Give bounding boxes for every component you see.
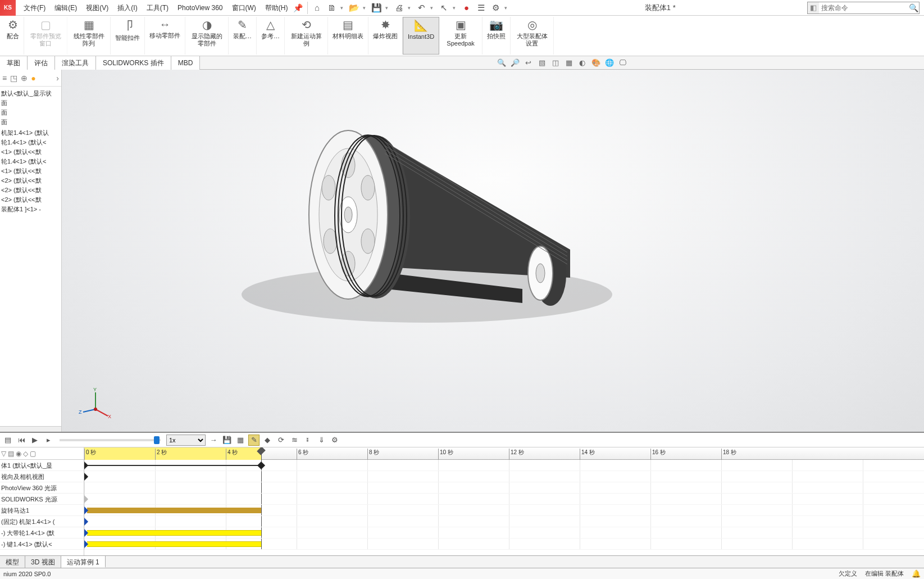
ribbon--button[interactable]: ◑显示隐藏的零部件 bbox=[185, 17, 229, 55]
timeline-bar[interactable] bbox=[87, 530, 261, 536]
settings-icon[interactable]: ⚙ bbox=[490, 2, 502, 14]
zoom-area-icon[interactable]: 🔎 bbox=[509, 57, 521, 69]
feature-tree-item[interactable]: <1> (默认<<默 bbox=[1, 166, 60, 176]
rebuild-icon[interactable]: ● bbox=[461, 2, 473, 14]
play-start-icon[interactable]: ⏮ bbox=[16, 435, 27, 446]
feature-tree-item[interactable]: 面 bbox=[1, 117, 60, 127]
calc-icon[interactable]: ▤ bbox=[2, 435, 13, 446]
playback-speed-select[interactable]: 1x bbox=[166, 435, 206, 446]
hide-show-icon[interactable]: ◐ bbox=[577, 57, 588, 69]
filter-icon[interactable]: ▽ bbox=[1, 450, 6, 458]
appearance-icon[interactable]: 🎨 bbox=[590, 57, 602, 69]
motion-settings-icon[interactable]: ⚙ bbox=[329, 435, 340, 446]
view-orient-icon[interactable]: ◫ bbox=[550, 57, 561, 69]
section-view-icon[interactable]: ▧ bbox=[536, 57, 548, 69]
menu-view[interactable]: 视图(V) bbox=[81, 0, 113, 16]
tab-mbd[interactable]: MBD bbox=[171, 56, 201, 70]
feature-tree-item[interactable]: <1> (默认<<默 bbox=[1, 147, 60, 157]
tree-header[interactable]: 默认<默认_显示状 bbox=[1, 89, 60, 98]
filter-selected-icon[interactable]: ◇ bbox=[23, 450, 28, 458]
prev-view-icon[interactable]: ↩ bbox=[523, 57, 534, 69]
timeline-row[interactable] bbox=[84, 527, 924, 539]
timeline-row[interactable] bbox=[84, 471, 924, 482]
timeline-grid[interactable]: 0 秒2 秒4 秒6 秒8 秒10 秒12 秒14 秒16 秒18 秒 bbox=[84, 447, 924, 555]
tree-tab-feature-icon[interactable]: ≡ bbox=[2, 74, 7, 83]
feature-tree-item[interactable]: <2> (默认<<默 bbox=[1, 176, 60, 186]
tree-tab-config-icon[interactable]: ◳ bbox=[10, 74, 17, 83]
feature-tree-item[interactable]: 面 bbox=[1, 108, 60, 117]
feature-tree-item[interactable]: <2> (默认<<默 bbox=[1, 186, 60, 195]
timeline-key[interactable] bbox=[257, 462, 265, 469]
timeline-row[interactable] bbox=[84, 482, 924, 494]
tab-render[interactable]: 渲染工具 bbox=[55, 56, 96, 70]
menu-file[interactable]: 文件(F) bbox=[19, 0, 50, 16]
tab-3dview[interactable]: 3D 视图 bbox=[25, 556, 61, 568]
feature-tree-item[interactable]: <2> (默认<<默 bbox=[1, 195, 60, 205]
pin-icon[interactable]: 📌 bbox=[293, 3, 304, 12]
ribbon--button[interactable]: 卩智能扣件 bbox=[111, 17, 145, 55]
timeline-bar[interactable] bbox=[87, 508, 261, 513]
save-anim-icon[interactable]: 💾 bbox=[221, 435, 233, 446]
feature-tree-item[interactable]: 轮1.4<1> (默认< bbox=[1, 157, 60, 166]
zoom-fit-icon[interactable]: 🔍 bbox=[496, 57, 507, 69]
timeline-track-name[interactable]: -) 键1.4<1> (默认< bbox=[0, 539, 84, 550]
autokey-icon[interactable]: ✎ bbox=[248, 435, 260, 446]
options-icon[interactable]: ☰ bbox=[475, 2, 488, 14]
ribbon--button[interactable]: ✸爆炸视图 bbox=[368, 17, 403, 55]
graphics-viewport[interactable]: X Y Z bbox=[62, 70, 924, 432]
tab-motion-study-1[interactable]: 运动算例 1 bbox=[61, 556, 106, 568]
motor-icon[interactable]: ⟳ bbox=[275, 435, 286, 446]
ribbon--button[interactable]: ▤材料明细表 bbox=[328, 17, 368, 55]
timeline-row[interactable] bbox=[84, 494, 924, 505]
undo-icon[interactable]: ↶ bbox=[416, 2, 428, 14]
timeline-key[interactable] bbox=[84, 473, 88, 481]
timeline-track-name[interactable]: 旋转马达1 bbox=[0, 505, 84, 516]
timeline-track-name[interactable]: 视向及相机视图 bbox=[0, 471, 84, 482]
timeline-track-name[interactable]: (固定) 机架1.4<1> ( bbox=[0, 516, 84, 527]
ribbon-instant3d-button[interactable]: 📐Instant3D bbox=[403, 17, 439, 55]
ribbon--button[interactable]: △参考… bbox=[257, 17, 285, 55]
loop-icon[interactable]: → bbox=[208, 435, 219, 446]
print-icon[interactable]: 🖨 bbox=[393, 2, 406, 14]
feature-tree-item[interactable]: 机架1.4<1> (默认 bbox=[1, 128, 60, 138]
ribbon--button[interactable]: ⟲新建运动算例 bbox=[285, 17, 328, 55]
status-rebuild-icon[interactable]: 🔔 bbox=[912, 569, 921, 578]
tab-model[interactable]: 模型 bbox=[0, 556, 25, 568]
search-icon[interactable]: 🔍 bbox=[908, 3, 919, 12]
feature-tree-item[interactable]: 轮1.4<1> (默认< bbox=[1, 138, 60, 147]
timeline-row[interactable] bbox=[84, 505, 924, 516]
select-icon[interactable]: ↖ bbox=[438, 2, 450, 14]
home-icon[interactable]: ⌂ bbox=[311, 2, 324, 14]
ribbon--button[interactable]: ⚙配合 bbox=[2, 17, 24, 55]
timeline-scrub[interactable] bbox=[60, 439, 161, 441]
menu-window[interactable]: 窗口(W) bbox=[227, 0, 261, 16]
ribbon--button[interactable]: ◎大型装配体设置 bbox=[511, 17, 554, 55]
timeline-ruler[interactable]: 0 秒2 秒4 秒6 秒8 秒10 秒12 秒14 秒16 秒18 秒 bbox=[84, 447, 924, 460]
tab-evaluate[interactable]: 评估 bbox=[28, 56, 55, 70]
timeline-key[interactable] bbox=[84, 462, 88, 469]
feature-tree-content[interactable]: 默认<默认_显示状 面面面机架1.4<1> (默认轮1.4<1> (默认<<1>… bbox=[0, 87, 61, 426]
filter-driving-icon[interactable]: ◉ bbox=[16, 450, 21, 458]
command-search[interactable]: ◧ 🔍 bbox=[807, 2, 920, 14]
tree-tab-appear-icon[interactable]: ● bbox=[31, 74, 35, 83]
ribbon-speedpak-button[interactable]: ▣更新Speedpak bbox=[439, 17, 483, 55]
tree-scrollbar[interactable] bbox=[0, 426, 61, 432]
scrub-thumb[interactable] bbox=[154, 436, 160, 444]
filter-animated-icon[interactable]: ▤ bbox=[8, 450, 14, 458]
timeline-track-name[interactable]: 体1 (默认<默认_显 bbox=[0, 460, 84, 471]
timeline-track-name[interactable]: PhotoView 360 光源 bbox=[0, 482, 84, 494]
tab-addins[interactable]: SOLIDWORKS 插件 bbox=[96, 56, 171, 70]
filter-results-icon[interactable]: ▢ bbox=[30, 450, 36, 458]
tree-expand-icon[interactable]: › bbox=[56, 74, 59, 83]
gravity-icon[interactable]: ⇓ bbox=[316, 435, 327, 446]
menu-help[interactable]: 帮助(H) bbox=[261, 0, 293, 16]
anim-wizard-icon[interactable]: ▦ bbox=[235, 435, 246, 446]
timeline-key[interactable] bbox=[84, 518, 88, 526]
search-input[interactable] bbox=[819, 4, 908, 12]
menu-insert[interactable]: 插入(I) bbox=[113, 0, 142, 16]
menu-tools[interactable]: 工具(T) bbox=[142, 0, 173, 16]
spring-icon[interactable]: ≋ bbox=[289, 435, 300, 446]
tree-tab-display-icon[interactable]: ⊕ bbox=[21, 74, 28, 83]
menu-edit[interactable]: 编辑(E) bbox=[50, 0, 81, 16]
timeline-key[interactable] bbox=[84, 495, 88, 503]
